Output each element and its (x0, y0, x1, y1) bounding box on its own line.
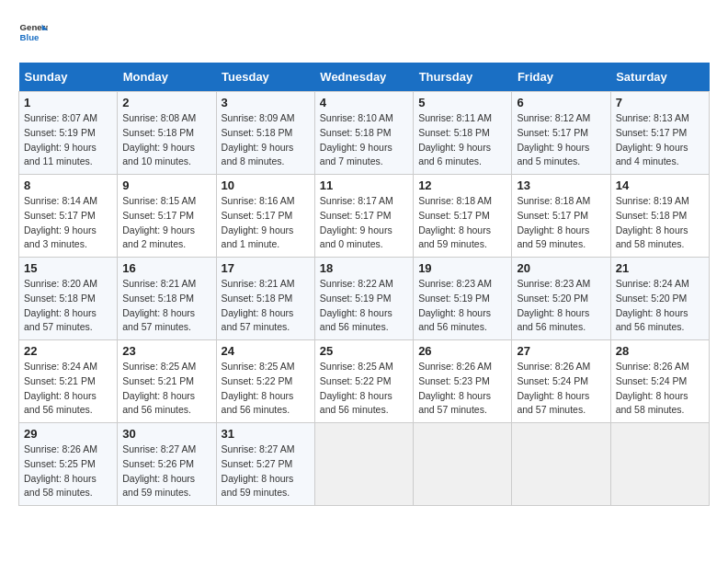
calendar-cell (610, 423, 709, 506)
calendar-cell: 7 Sunrise: 8:13 AM Sunset: 5:17 PM Dayli… (610, 92, 709, 175)
day-info: Sunrise: 8:10 AM Sunset: 5:18 PM Dayligh… (320, 111, 408, 169)
day-info: Sunrise: 8:26 AM Sunset: 5:24 PM Dayligh… (517, 360, 605, 418)
day-info: Sunrise: 8:18 AM Sunset: 5:17 PM Dayligh… (517, 194, 605, 252)
day-info: Sunrise: 8:25 AM Sunset: 5:21 PM Dayligh… (122, 360, 210, 418)
day-number: 11 (320, 178, 408, 192)
calendar-cell: 12 Sunrise: 8:18 AM Sunset: 5:17 PM Dayl… (414, 175, 512, 258)
day-info: Sunrise: 8:21 AM Sunset: 5:18 PM Dayligh… (122, 277, 210, 335)
logo-icon: General Blue (18, 18, 48, 48)
calendar-cell: 10 Sunrise: 8:16 AM Sunset: 5:17 PM Dayl… (216, 175, 314, 258)
day-info: Sunrise: 8:26 AM Sunset: 5:23 PM Dayligh… (418, 360, 506, 418)
day-info: Sunrise: 8:08 AM Sunset: 5:18 PM Dayligh… (122, 111, 210, 169)
calendar-cell: 14 Sunrise: 8:19 AM Sunset: 5:18 PM Dayl… (610, 175, 709, 258)
day-number: 3 (222, 96, 310, 109)
day-info: Sunrise: 8:16 AM Sunset: 5:17 PM Dayligh… (222, 194, 310, 252)
day-info: Sunrise: 8:09 AM Sunset: 5:18 PM Dayligh… (222, 111, 310, 169)
day-info: Sunrise: 8:07 AM Sunset: 5:19 PM Dayligh… (24, 111, 112, 169)
weekday-header-wednesday: Wednesday (314, 63, 413, 92)
day-info: Sunrise: 8:25 AM Sunset: 5:22 PM Dayligh… (320, 360, 408, 418)
day-info: Sunrise: 8:24 AM Sunset: 5:21 PM Dayligh… (24, 360, 112, 418)
calendar-cell: 26 Sunrise: 8:26 AM Sunset: 5:23 PM Dayl… (414, 340, 512, 423)
day-info: Sunrise: 8:26 AM Sunset: 5:24 PM Dayligh… (616, 360, 704, 418)
day-number: 7 (616, 96, 704, 109)
calendar-cell (512, 423, 610, 506)
calendar-cell: 31 Sunrise: 8:27 AM Sunset: 5:27 PM Dayl… (216, 423, 314, 506)
day-info: Sunrise: 8:20 AM Sunset: 5:18 PM Dayligh… (24, 277, 112, 335)
day-info: Sunrise: 8:13 AM Sunset: 5:17 PM Dayligh… (616, 111, 704, 169)
day-number: 16 (122, 261, 210, 275)
day-number: 5 (418, 96, 506, 109)
calendar-cell: 29 Sunrise: 8:26 AM Sunset: 5:25 PM Dayl… (19, 423, 118, 506)
day-info: Sunrise: 8:17 AM Sunset: 5:17 PM Dayligh… (320, 194, 408, 252)
calendar-cell (414, 423, 512, 506)
day-info: Sunrise: 8:27 AM Sunset: 5:27 PM Dayligh… (222, 442, 310, 500)
calendar-cell: 13 Sunrise: 8:18 AM Sunset: 5:17 PM Dayl… (512, 175, 610, 258)
calendar-cell: 25 Sunrise: 8:25 AM Sunset: 5:22 PM Dayl… (314, 340, 413, 423)
day-info: Sunrise: 8:22 AM Sunset: 5:19 PM Dayligh… (320, 277, 408, 335)
day-info: Sunrise: 8:12 AM Sunset: 5:17 PM Dayligh… (517, 111, 605, 169)
day-number: 25 (320, 344, 408, 358)
day-info: Sunrise: 8:24 AM Sunset: 5:20 PM Dayligh… (616, 277, 704, 335)
day-info: Sunrise: 8:21 AM Sunset: 5:18 PM Dayligh… (222, 277, 310, 335)
page-header: General Blue (18, 18, 710, 48)
calendar-cell: 27 Sunrise: 8:26 AM Sunset: 5:24 PM Dayl… (512, 340, 610, 423)
weekday-header-thursday: Thursday (414, 63, 512, 92)
day-number: 21 (616, 261, 704, 275)
calendar-cell: 9 Sunrise: 8:15 AM Sunset: 5:17 PM Dayli… (118, 175, 216, 258)
day-info: Sunrise: 8:25 AM Sunset: 5:22 PM Dayligh… (222, 360, 310, 418)
day-number: 2 (122, 96, 210, 109)
weekday-header-monday: Monday (118, 63, 216, 92)
day-number: 14 (616, 178, 704, 192)
calendar-table: SundayMondayTuesdayWednesdayThursdayFrid… (18, 63, 710, 506)
calendar-cell: 17 Sunrise: 8:21 AM Sunset: 5:18 PM Dayl… (216, 258, 314, 340)
calendar-cell: 18 Sunrise: 8:22 AM Sunset: 5:19 PM Dayl… (314, 258, 413, 340)
calendar-cell: 22 Sunrise: 8:24 AM Sunset: 5:21 PM Dayl… (19, 340, 118, 423)
calendar-cell: 6 Sunrise: 8:12 AM Sunset: 5:17 PM Dayli… (512, 92, 610, 175)
day-number: 27 (517, 344, 605, 358)
day-number: 18 (320, 261, 408, 275)
day-number: 26 (418, 344, 506, 358)
day-number: 13 (517, 178, 605, 192)
weekday-header-friday: Friday (512, 63, 610, 92)
calendar-cell: 23 Sunrise: 8:25 AM Sunset: 5:21 PM Dayl… (118, 340, 216, 423)
day-number: 29 (24, 427, 112, 441)
day-number: 6 (517, 96, 605, 109)
day-number: 8 (24, 178, 112, 192)
svg-text:Blue: Blue (20, 32, 40, 42)
weekday-header-tuesday: Tuesday (216, 63, 314, 92)
day-info: Sunrise: 8:11 AM Sunset: 5:18 PM Dayligh… (418, 111, 506, 169)
day-info: Sunrise: 8:23 AM Sunset: 5:20 PM Dayligh… (517, 277, 605, 335)
day-number: 12 (418, 178, 506, 192)
day-number: 15 (24, 261, 112, 275)
calendar-cell: 20 Sunrise: 8:23 AM Sunset: 5:20 PM Dayl… (512, 258, 610, 340)
calendar-cell: 4 Sunrise: 8:10 AM Sunset: 5:18 PM Dayli… (314, 92, 413, 175)
calendar-cell: 21 Sunrise: 8:24 AM Sunset: 5:20 PM Dayl… (610, 258, 709, 340)
calendar-cell: 28 Sunrise: 8:26 AM Sunset: 5:24 PM Dayl… (610, 340, 709, 423)
calendar-cell (314, 423, 413, 506)
day-info: Sunrise: 8:14 AM Sunset: 5:17 PM Dayligh… (24, 194, 112, 252)
weekday-header-sunday: Sunday (19, 63, 118, 92)
day-number: 23 (122, 344, 210, 358)
calendar-cell: 11 Sunrise: 8:17 AM Sunset: 5:17 PM Dayl… (314, 175, 413, 258)
day-number: 17 (222, 261, 310, 275)
day-info: Sunrise: 8:23 AM Sunset: 5:19 PM Dayligh… (418, 277, 506, 335)
weekday-header-saturday: Saturday (610, 63, 709, 92)
day-number: 28 (616, 344, 704, 358)
day-info: Sunrise: 8:27 AM Sunset: 5:26 PM Dayligh… (122, 442, 210, 500)
logo: General Blue (18, 18, 48, 48)
day-number: 20 (517, 261, 605, 275)
calendar-cell: 30 Sunrise: 8:27 AM Sunset: 5:26 PM Dayl… (118, 423, 216, 506)
calendar-cell: 24 Sunrise: 8:25 AM Sunset: 5:22 PM Dayl… (216, 340, 314, 423)
day-number: 22 (24, 344, 112, 358)
calendar-cell: 5 Sunrise: 8:11 AM Sunset: 5:18 PM Dayli… (414, 92, 512, 175)
calendar-cell: 15 Sunrise: 8:20 AM Sunset: 5:18 PM Dayl… (19, 258, 118, 340)
day-info: Sunrise: 8:15 AM Sunset: 5:17 PM Dayligh… (122, 194, 210, 252)
day-info: Sunrise: 8:19 AM Sunset: 5:18 PM Dayligh… (616, 194, 704, 252)
day-number: 1 (24, 96, 112, 109)
day-number: 10 (222, 178, 310, 192)
day-number: 19 (418, 261, 506, 275)
day-number: 24 (222, 344, 310, 358)
day-info: Sunrise: 8:26 AM Sunset: 5:25 PM Dayligh… (24, 442, 112, 500)
day-info: Sunrise: 8:18 AM Sunset: 5:17 PM Dayligh… (418, 194, 506, 252)
calendar-cell: 16 Sunrise: 8:21 AM Sunset: 5:18 PM Dayl… (118, 258, 216, 340)
